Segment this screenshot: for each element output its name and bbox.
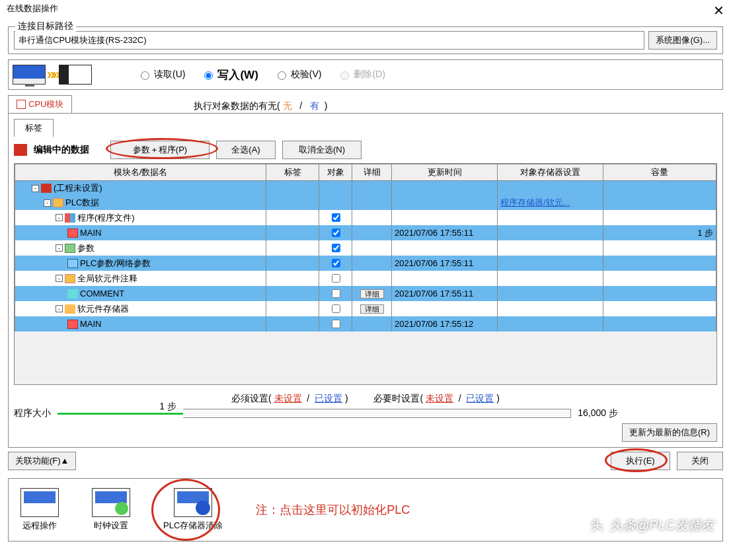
size-value <box>603 316 716 332</box>
prog-icon <box>65 213 75 223</box>
connection-path-input[interactable]: 串行通信CPU模块连接(RS-232C) <box>14 31 644 50</box>
table-row[interactable]: -参数 <box>15 240 716 256</box>
size-value <box>603 286 716 301</box>
size-value <box>603 256 716 271</box>
size-value <box>603 240 716 256</box>
expander-icon[interactable]: - <box>56 275 63 282</box>
data-tree-table: 模块名/数据名 标签 对象 详细 更新时间 对象存储器设置 容量 -(工程未设置… <box>14 163 717 385</box>
update-time <box>392 210 498 225</box>
system-image-button[interactable]: 系统图像(G)... <box>648 31 717 50</box>
detail-button[interactable]: 详细 <box>360 289 384 298</box>
folder-icon <box>53 198 63 207</box>
watermark-icon: 头 <box>588 517 605 534</box>
target-checkbox[interactable] <box>332 274 340 283</box>
table-row[interactable]: -软元件存储器详细 <box>15 301 716 316</box>
verify-radio[interactable]: 校验(V) <box>274 69 322 81</box>
col-target: 对象 <box>319 164 352 181</box>
target-checkbox[interactable] <box>332 228 340 237</box>
remote-operation-action[interactable]: 远程操作 <box>20 488 59 532</box>
target-checkbox[interactable] <box>332 304 340 313</box>
target-path-group: 连接目标路径 串行通信CPU模块连接(RS-232C) 系统图像(G)... <box>8 26 723 54</box>
storage-link[interactable]: 程序存储器/软元... <box>500 197 570 207</box>
operation-mode-row: »» 读取(U) 写入(W) 校验(V) 删除(D) <box>8 59 723 90</box>
setting-legend: 必须设置( 未设置 / 已设置 ) 必要时设置( 未设置 / 已设置 ) <box>14 393 717 405</box>
update-time <box>392 181 498 196</box>
update-time: 2021/07/06 17:55:11 <box>392 256 498 271</box>
param-program-button[interactable]: 参数＋程序(P) <box>110 141 210 159</box>
update-info-button[interactable]: 更新为最新的信息(R) <box>622 423 717 442</box>
dev-icon <box>65 304 75 314</box>
update-time: 2021/07/06 17:55:11 <box>392 286 498 301</box>
update-time: 2021/07/06 17:55:12 <box>392 316 498 332</box>
clock-setting-action[interactable]: 时钟设置 <box>92 488 130 532</box>
expander-icon[interactable]: - <box>32 185 39 192</box>
clock-icon <box>92 488 130 517</box>
table-row[interactable]: -全局软元件注释 <box>15 271 716 286</box>
node-name: MAIN <box>80 228 102 238</box>
select-all-button[interactable]: 全选(A) <box>216 141 276 159</box>
size-value <box>603 271 716 286</box>
target-checkbox[interactable] <box>332 213 340 222</box>
related-functions-button[interactable]: 关联功能(F)▲ <box>8 452 76 470</box>
memory-clear-icon <box>174 488 212 517</box>
expander-icon[interactable]: - <box>44 199 51 207</box>
sub-tab-label[interactable]: 标签 <box>14 119 54 137</box>
target-checkbox[interactable] <box>332 244 340 252</box>
target-checkbox[interactable] <box>332 289 340 298</box>
table-row[interactable]: -PLC数据程序存储器/软元... <box>15 195 716 210</box>
col-name: 模块名/数据名 <box>15 164 266 181</box>
read-radio[interactable]: 读取(U) <box>137 69 185 81</box>
remote-operation-icon <box>20 488 59 517</box>
node-name: (工程未设置) <box>54 182 102 194</box>
table-row[interactable]: -程序(程序文件) <box>15 210 716 225</box>
expander-icon[interactable]: - <box>56 244 63 252</box>
table-row[interactable]: PLC参数/网络参数2021/07/06 17:55:11 <box>15 256 716 271</box>
tab-cpu-module[interactable]: CPU模块 <box>8 95 72 113</box>
expander-icon[interactable]: - <box>56 305 63 312</box>
cpu-icon <box>17 100 26 109</box>
col-storage: 对象存储器设置 <box>498 164 603 181</box>
close-button[interactable]: 关闭 <box>677 452 723 470</box>
plc-memory-clear-action[interactable]: PLC存储器清除 <box>163 488 223 532</box>
program-size-label: 程序大小 <box>14 407 51 419</box>
main-icon <box>67 320 78 329</box>
target-checkbox[interactable] <box>332 320 340 328</box>
update-time <box>392 195 498 210</box>
execute-button[interactable]: 执行(E) <box>611 452 670 470</box>
deselect-all-button[interactable]: 取消全选(N) <box>282 141 362 159</box>
col-detail: 详细 <box>352 164 392 181</box>
node-name: 软元件存储器 <box>77 303 129 315</box>
table-row[interactable]: MAIN2021/07/06 17:55:12 <box>15 316 716 332</box>
target-checkbox[interactable] <box>332 259 340 267</box>
edit-data-label: 编辑中的数据 <box>34 144 89 156</box>
col-size: 容量 <box>603 164 716 181</box>
main-panel: 标签 编辑中的数据 参数＋程序(P) 全选(A) 取消全选(N) 模块名/数据名… <box>8 113 723 448</box>
size-value <box>603 181 716 196</box>
update-time <box>392 271 498 286</box>
total-steps: 16,000 步 <box>578 407 618 419</box>
main-icon <box>67 228 78 238</box>
comment-icon <box>67 289 78 298</box>
node-name: PLC参数/网络参数 <box>80 258 151 269</box>
update-time <box>392 240 498 256</box>
update-time: 2021/07/06 17:55:11 <box>392 225 498 240</box>
node-name: 参数 <box>77 242 95 254</box>
table-row[interactable]: COMMENT详细2021/07/06 17:55:11 <box>15 286 716 301</box>
node-name: PLC数据 <box>65 197 99 209</box>
node-name: MAIN <box>80 319 102 329</box>
window-title: 在线数据操作 <box>7 3 58 18</box>
delete-radio: 删除(D) <box>337 69 385 81</box>
node-name: 程序(程序文件) <box>77 212 135 224</box>
red-icon <box>41 184 52 193</box>
write-radio[interactable]: 写入(W) <box>201 67 258 83</box>
size-value <box>603 195 716 210</box>
detail-button[interactable]: 详细 <box>360 304 384 314</box>
close-icon[interactable]: ✕ <box>713 3 724 18</box>
expander-icon[interactable]: - <box>56 214 63 221</box>
update-time <box>392 301 498 316</box>
exec-target-info: 执行对象数据的有无( 无 / 有 ) <box>194 100 327 112</box>
folder-icon <box>65 274 75 283</box>
table-row[interactable]: MAIN2021/07/06 17:55:111 步 <box>15 225 716 240</box>
plc-icon <box>67 259 78 268</box>
table-row[interactable]: -(工程未设置) <box>15 181 716 196</box>
